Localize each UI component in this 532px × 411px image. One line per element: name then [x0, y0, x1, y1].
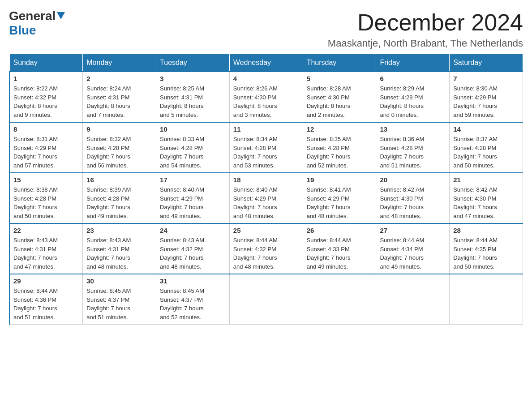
day-cell: 30 Sunrise: 8:45 AM Sunset: 4:37 PM Dayl… — [83, 274, 156, 325]
day-info: Sunrise: 8:41 AM Sunset: 4:29 PM Dayligh… — [307, 185, 373, 220]
day-number: 1 — [13, 75, 79, 82]
header-row: SundayMondayTuesdayWednesdayThursdayFrid… — [9, 54, 523, 72]
day-cell: 6 Sunrise: 8:29 AM Sunset: 4:29 PM Dayli… — [376, 72, 450, 122]
week-row-5: 29 Sunrise: 8:44 AM Sunset: 4:36 PM Dayl… — [9, 274, 523, 325]
day-number: 9 — [86, 125, 152, 133]
svg-marker-0 — [57, 12, 65, 19]
logo: General Blue — [9, 9, 65, 38]
day-cell: 26 Sunrise: 8:44 AM Sunset: 4:33 PM Dayl… — [303, 223, 376, 274]
day-info: Sunrise: 8:45 AM Sunset: 4:37 PM Dayligh… — [160, 287, 226, 321]
header-tuesday: Tuesday — [156, 54, 230, 72]
day-info: Sunrise: 8:34 AM Sunset: 4:28 PM Dayligh… — [233, 135, 299, 170]
day-cell: 8 Sunrise: 8:31 AM Sunset: 4:29 PM Dayli… — [9, 122, 83, 173]
day-info: Sunrise: 8:39 AM Sunset: 4:28 PM Dayligh… — [86, 185, 152, 220]
location-subtitle: Maaskantje, North Brabant, The Netherlan… — [328, 38, 523, 49]
day-cell: 17 Sunrise: 8:40 AM Sunset: 4:29 PM Dayl… — [156, 173, 230, 223]
title-section: December 2024 Maaskantje, North Brabant,… — [328, 9, 523, 49]
day-cell: 4 Sunrise: 8:26 AM Sunset: 4:30 PM Dayli… — [229, 72, 303, 122]
day-number: 7 — [453, 75, 519, 82]
day-cell: 29 Sunrise: 8:44 AM Sunset: 4:36 PM Dayl… — [9, 274, 83, 325]
day-cell: 18 Sunrise: 8:40 AM Sunset: 4:29 PM Dayl… — [229, 173, 303, 223]
header-thursday: Thursday — [303, 54, 376, 72]
day-number: 8 — [13, 125, 79, 133]
day-info: Sunrise: 8:43 AM Sunset: 4:31 PM Dayligh… — [86, 236, 152, 271]
day-number: 6 — [380, 75, 446, 82]
day-cell: 13 Sunrise: 8:36 AM Sunset: 4:28 PM Dayl… — [376, 122, 450, 173]
day-number: 18 — [233, 176, 299, 184]
day-cell: 25 Sunrise: 8:44 AM Sunset: 4:32 PM Dayl… — [229, 223, 303, 274]
day-cell — [450, 274, 523, 325]
day-number: 3 — [160, 75, 226, 82]
day-number: 19 — [307, 176, 373, 184]
day-number: 22 — [13, 227, 79, 234]
day-number: 13 — [380, 125, 446, 133]
day-number: 4 — [233, 75, 299, 82]
day-cell: 24 Sunrise: 8:43 AM Sunset: 4:32 PM Dayl… — [156, 223, 230, 274]
day-cell: 31 Sunrise: 8:45 AM Sunset: 4:37 PM Dayl… — [156, 274, 230, 325]
day-info: Sunrise: 8:44 AM Sunset: 4:32 PM Dayligh… — [233, 236, 299, 271]
day-cell: 20 Sunrise: 8:42 AM Sunset: 4:30 PM Dayl… — [376, 173, 450, 223]
header-sunday: Sunday — [9, 54, 83, 72]
day-cell — [376, 274, 450, 325]
day-number: 20 — [380, 176, 446, 184]
day-info: Sunrise: 8:45 AM Sunset: 4:37 PM Dayligh… — [86, 287, 152, 321]
day-number: 24 — [160, 227, 226, 234]
day-info: Sunrise: 8:44 AM Sunset: 4:33 PM Dayligh… — [307, 236, 373, 271]
day-number: 11 — [233, 125, 299, 133]
day-number: 26 — [307, 227, 373, 234]
calendar-body: 1 Sunrise: 8:22 AM Sunset: 4:32 PM Dayli… — [9, 72, 523, 325]
day-info: Sunrise: 8:37 AM Sunset: 4:28 PM Dayligh… — [453, 135, 519, 170]
day-cell: 10 Sunrise: 8:33 AM Sunset: 4:28 PM Dayl… — [156, 122, 230, 173]
day-number: 16 — [86, 176, 152, 184]
day-info: Sunrise: 8:42 AM Sunset: 4:30 PM Dayligh… — [380, 185, 446, 220]
day-number: 21 — [453, 176, 519, 184]
day-number: 31 — [160, 277, 226, 285]
day-info: Sunrise: 8:29 AM Sunset: 4:29 PM Dayligh… — [380, 84, 446, 119]
day-cell: 21 Sunrise: 8:42 AM Sunset: 4:30 PM Dayl… — [450, 173, 523, 223]
day-number: 10 — [160, 125, 226, 133]
day-cell: 2 Sunrise: 8:24 AM Sunset: 4:31 PM Dayli… — [83, 72, 156, 122]
day-cell: 22 Sunrise: 8:43 AM Sunset: 4:31 PM Dayl… — [9, 223, 83, 274]
calendar-header: SundayMondayTuesdayWednesdayThursdayFrid… — [9, 54, 523, 72]
day-cell — [303, 274, 376, 325]
day-info: Sunrise: 8:22 AM Sunset: 4:32 PM Dayligh… — [13, 84, 79, 119]
day-number: 15 — [13, 176, 79, 184]
day-info: Sunrise: 8:35 AM Sunset: 4:28 PM Dayligh… — [307, 135, 373, 170]
day-info: Sunrise: 8:44 AM Sunset: 4:34 PM Dayligh… — [380, 236, 446, 271]
day-number: 27 — [380, 227, 446, 234]
header-wednesday: Wednesday — [229, 54, 303, 72]
header-saturday: Saturday — [450, 54, 523, 72]
day-number: 14 — [453, 125, 519, 133]
header-monday: Monday — [83, 54, 156, 72]
day-cell: 14 Sunrise: 8:37 AM Sunset: 4:28 PM Dayl… — [450, 122, 523, 173]
day-cell — [229, 274, 303, 325]
day-number: 30 — [86, 277, 152, 285]
page-header: General Blue December 2024 Maaskantje, N… — [9, 9, 523, 49]
logo-triangle-icon — [57, 12, 65, 21]
day-cell: 7 Sunrise: 8:30 AM Sunset: 4:29 PM Dayli… — [450, 72, 523, 122]
logo-general-text: General — [9, 9, 56, 23]
day-number: 25 — [233, 227, 299, 234]
day-info: Sunrise: 8:26 AM Sunset: 4:30 PM Dayligh… — [233, 84, 299, 119]
day-info: Sunrise: 8:43 AM Sunset: 4:31 PM Dayligh… — [13, 236, 79, 271]
day-number: 5 — [307, 75, 373, 82]
day-cell: 16 Sunrise: 8:39 AM Sunset: 4:28 PM Dayl… — [83, 173, 156, 223]
day-cell: 1 Sunrise: 8:22 AM Sunset: 4:32 PM Dayli… — [9, 72, 83, 122]
day-info: Sunrise: 8:36 AM Sunset: 4:28 PM Dayligh… — [380, 135, 446, 170]
day-cell: 5 Sunrise: 8:28 AM Sunset: 4:30 PM Dayli… — [303, 72, 376, 122]
day-cell: 28 Sunrise: 8:44 AM Sunset: 4:35 PM Dayl… — [450, 223, 523, 274]
day-cell: 19 Sunrise: 8:41 AM Sunset: 4:29 PM Dayl… — [303, 173, 376, 223]
month-title: December 2024 — [328, 9, 523, 36]
day-info: Sunrise: 8:28 AM Sunset: 4:30 PM Dayligh… — [307, 84, 373, 119]
week-row-2: 8 Sunrise: 8:31 AM Sunset: 4:29 PM Dayli… — [9, 122, 523, 173]
week-row-4: 22 Sunrise: 8:43 AM Sunset: 4:31 PM Dayl… — [9, 223, 523, 274]
day-info: Sunrise: 8:44 AM Sunset: 4:36 PM Dayligh… — [13, 287, 79, 321]
day-cell: 23 Sunrise: 8:43 AM Sunset: 4:31 PM Dayl… — [83, 223, 156, 274]
day-info: Sunrise: 8:32 AM Sunset: 4:28 PM Dayligh… — [86, 135, 152, 170]
day-cell: 27 Sunrise: 8:44 AM Sunset: 4:34 PM Dayl… — [376, 223, 450, 274]
day-cell: 11 Sunrise: 8:34 AM Sunset: 4:28 PM Dayl… — [229, 122, 303, 173]
logo-blue-text: Blue — [9, 23, 36, 37]
day-info: Sunrise: 8:33 AM Sunset: 4:28 PM Dayligh… — [160, 135, 226, 170]
week-row-1: 1 Sunrise: 8:22 AM Sunset: 4:32 PM Dayli… — [9, 72, 523, 122]
day-info: Sunrise: 8:31 AM Sunset: 4:29 PM Dayligh… — [13, 135, 79, 170]
